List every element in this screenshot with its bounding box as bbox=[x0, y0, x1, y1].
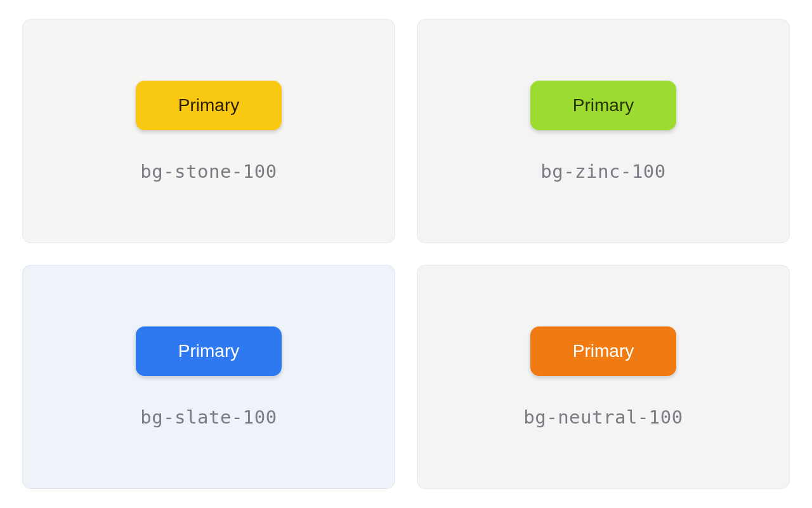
swatch-card-stone: Primary bg-stone-100 bbox=[22, 19, 395, 243]
swatch-caption: bg-stone-100 bbox=[140, 161, 277, 182]
primary-button[interactable]: Primary bbox=[530, 81, 676, 130]
swatch-caption: bg-zinc-100 bbox=[540, 161, 666, 182]
primary-button[interactable]: Primary bbox=[136, 81, 282, 130]
swatch-caption: bg-slate-100 bbox=[140, 406, 277, 428]
swatch-card-zinc: Primary bg-zinc-100 bbox=[417, 19, 790, 243]
swatch-card-slate: Primary bg-slate-100 bbox=[22, 265, 395, 489]
swatch-grid: Primary bg-stone-100 Primary bg-zinc-100… bbox=[22, 19, 790, 489]
primary-button[interactable]: Primary bbox=[136, 326, 282, 376]
swatch-caption: bg-neutral-100 bbox=[523, 406, 683, 428]
swatch-card-neutral: Primary bg-neutral-100 bbox=[417, 265, 790, 489]
primary-button[interactable]: Primary bbox=[530, 326, 676, 376]
